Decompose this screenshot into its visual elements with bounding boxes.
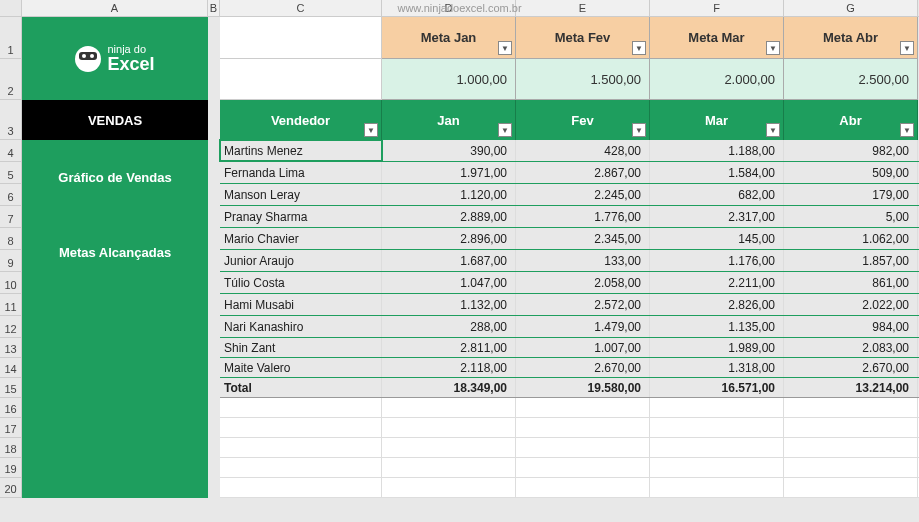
cell-value[interactable]: 179,00 (784, 184, 918, 205)
th-fev[interactable]: Fev▼ (516, 100, 650, 140)
cell-value[interactable]: 984,00 (784, 316, 918, 337)
cell-value[interactable]: 2.058,00 (516, 272, 650, 293)
empty-cell[interactable] (784, 418, 918, 437)
th-mar[interactable]: Mar▼ (650, 100, 784, 140)
empty-cell[interactable] (220, 418, 382, 437)
row-header-19[interactable]: 19 (0, 458, 22, 478)
th-jan[interactable]: Jan▼ (382, 100, 516, 140)
filter-icon[interactable]: ▼ (900, 123, 914, 137)
filter-icon[interactable]: ▼ (766, 41, 780, 55)
cell-value[interactable]: 2.572,00 (516, 294, 650, 315)
row-header-5[interactable]: 5 (0, 162, 22, 184)
row-header-4[interactable]: 4 (0, 140, 22, 162)
empty-cell[interactable] (382, 458, 516, 477)
nav-vendas[interactable]: VENDAS (22, 100, 208, 140)
cell-vendedor[interactable]: Mario Chavier (220, 228, 382, 249)
empty-cell[interactable] (650, 398, 784, 417)
total-label[interactable]: Total (220, 378, 382, 397)
empty-cell[interactable] (516, 438, 650, 457)
empty-cell[interactable] (516, 418, 650, 437)
cell-value[interactable]: 2.867,00 (516, 162, 650, 183)
filter-icon[interactable]: ▼ (364, 123, 378, 137)
row-header-11[interactable]: 11 (0, 294, 22, 316)
meta-jan-value[interactable]: 1.000,00 (382, 59, 516, 100)
cell-value[interactable]: 2.345,00 (516, 228, 650, 249)
cell-value[interactable]: 2.670,00 (784, 358, 918, 377)
row-header-20[interactable]: 20 (0, 478, 22, 498)
empty-cell[interactable] (516, 478, 650, 497)
row-header-1[interactable]: 1 (0, 17, 22, 59)
cell-value[interactable]: 1.047,00 (382, 272, 516, 293)
cell-value[interactable]: 2.896,00 (382, 228, 516, 249)
empty-cell[interactable] (784, 478, 918, 497)
cell-value[interactable]: 509,00 (784, 162, 918, 183)
cell-value[interactable]: 2.083,00 (784, 338, 918, 357)
meta-jan-header[interactable]: Meta Jan▼ (382, 17, 516, 59)
cell-value[interactable]: 133,00 (516, 250, 650, 271)
row-header-18[interactable]: 18 (0, 438, 22, 458)
col-header-b[interactable]: B (208, 0, 220, 16)
cell-value[interactable]: 390,00 (382, 140, 516, 161)
filter-icon[interactable]: ▼ (498, 123, 512, 137)
empty-cell[interactable] (784, 458, 918, 477)
row-header-17[interactable]: 17 (0, 418, 22, 438)
cell-value[interactable]: 145,00 (650, 228, 784, 249)
row-header-10[interactable]: 10 (0, 272, 22, 294)
cell-c2[interactable] (220, 59, 382, 100)
row-header-7[interactable]: 7 (0, 206, 22, 228)
cell-value[interactable]: 2.811,00 (382, 338, 516, 357)
cell-value[interactable]: 1.120,00 (382, 184, 516, 205)
meta-abr-value[interactable]: 2.500,00 (784, 59, 918, 100)
cell-value[interactable]: 428,00 (516, 140, 650, 161)
cell-value[interactable]: 2.670,00 (516, 358, 650, 377)
meta-fev-value[interactable]: 1.500,00 (516, 59, 650, 100)
row-header-12[interactable]: 12 (0, 316, 22, 338)
cell-value[interactable]: 1.687,00 (382, 250, 516, 271)
cell-vendedor[interactable]: Junior Araujo (220, 250, 382, 271)
total-fev[interactable]: 19.580,00 (516, 378, 650, 397)
cell-vendedor[interactable]: Manson Leray (220, 184, 382, 205)
col-header-a[interactable]: A (22, 0, 208, 16)
meta-fev-header[interactable]: Meta Fev▼ (516, 17, 650, 59)
th-vendedor[interactable]: Vendedor▼ (220, 100, 382, 140)
cell-value[interactable]: 861,00 (784, 272, 918, 293)
empty-cell[interactable] (382, 438, 516, 457)
filter-icon[interactable]: ▼ (766, 123, 780, 137)
row-header-16[interactable]: 16 (0, 398, 22, 418)
cell-value[interactable]: 982,00 (784, 140, 918, 161)
row-header-2[interactable]: 2 (0, 59, 22, 100)
cell-value[interactable]: 2.826,00 (650, 294, 784, 315)
empty-cell[interactable] (382, 398, 516, 417)
row-header-15[interactable]: 15 (0, 378, 22, 398)
meta-mar-header[interactable]: Meta Mar▼ (650, 17, 784, 59)
cell-value[interactable]: 1.007,00 (516, 338, 650, 357)
cell-vendedor[interactable]: Martins Menez (220, 140, 382, 161)
cell-value[interactable]: 5,00 (784, 206, 918, 227)
empty-cell[interactable] (516, 398, 650, 417)
total-jan[interactable]: 18.349,00 (382, 378, 516, 397)
empty-cell[interactable] (650, 478, 784, 497)
row-header-14[interactable]: 14 (0, 358, 22, 378)
row-header-9[interactable]: 9 (0, 250, 22, 272)
meta-abr-header[interactable]: Meta Abr▼ (784, 17, 918, 59)
col-header-c[interactable]: C (220, 0, 382, 16)
cell-c1[interactable] (220, 17, 382, 59)
cell-value[interactable]: 2.889,00 (382, 206, 516, 227)
empty-cell[interactable] (650, 418, 784, 437)
cell-value[interactable]: 1.188,00 (650, 140, 784, 161)
row-header-3[interactable]: 3 (0, 100, 22, 140)
empty-cell[interactable] (220, 398, 382, 417)
col-header-f[interactable]: F (650, 0, 784, 16)
col-header-e[interactable]: E (516, 0, 650, 16)
cell-value[interactable]: 1.857,00 (784, 250, 918, 271)
cell-vendedor[interactable]: Hami Musabi (220, 294, 382, 315)
select-all[interactable] (0, 0, 22, 16)
cell-value[interactable]: 2.245,00 (516, 184, 650, 205)
empty-cell[interactable] (650, 438, 784, 457)
empty-cell[interactable] (382, 418, 516, 437)
col-header-g[interactable]: G (784, 0, 918, 16)
filter-icon[interactable]: ▼ (900, 41, 914, 55)
filter-icon[interactable]: ▼ (632, 41, 646, 55)
th-abr[interactable]: Abr▼ (784, 100, 918, 140)
cell-value[interactable]: 1.971,00 (382, 162, 516, 183)
